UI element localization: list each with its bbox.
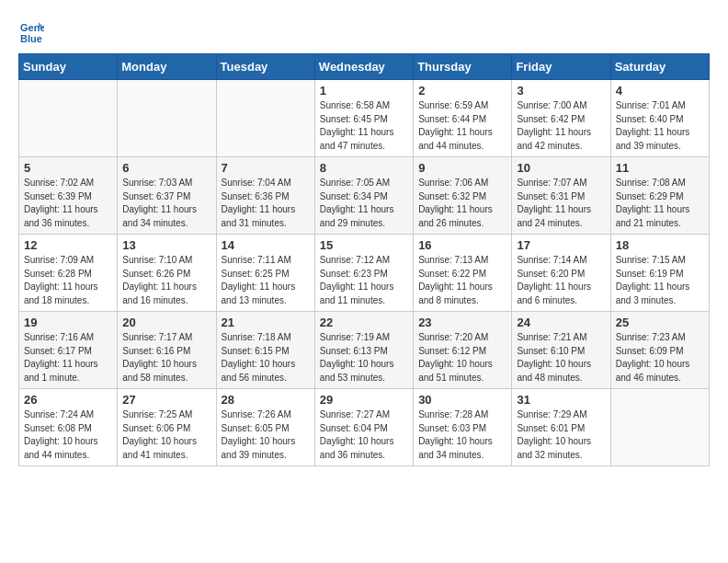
calendar-table: SundayMondayTuesdayWednesdayThursdayFrid… xyxy=(18,53,710,466)
calendar-cell: 20Sunrise: 7:17 AM Sunset: 6:16 PM Dayli… xyxy=(118,312,216,389)
calendar-cell: 21Sunrise: 7:18 AM Sunset: 6:15 PM Dayli… xyxy=(216,312,314,389)
day-info: Sunrise: 7:18 AM Sunset: 6:15 PM Dayligh… xyxy=(222,331,310,385)
calendar-cell: 9Sunrise: 7:06 AM Sunset: 6:32 PM Daylig… xyxy=(414,157,512,235)
day-number: 1 xyxy=(320,84,408,98)
calendar-cell: 22Sunrise: 7:19 AM Sunset: 6:13 PM Dayli… xyxy=(314,312,413,389)
weekday-header-wednesday: Wednesday xyxy=(314,54,413,80)
day-info: Sunrise: 7:14 AM Sunset: 6:20 PM Dayligh… xyxy=(517,254,605,307)
calendar-cell xyxy=(216,80,314,157)
day-info: Sunrise: 7:08 AM Sunset: 6:29 PM Dayligh… xyxy=(616,177,704,230)
calendar-cell xyxy=(118,80,216,157)
day-info: Sunrise: 7:07 AM Sunset: 6:31 PM Dayligh… xyxy=(517,177,605,230)
week-row-5: 26Sunrise: 7:24 AM Sunset: 6:08 PM Dayli… xyxy=(19,389,710,466)
day-number: 12 xyxy=(24,238,112,252)
calendar-cell: 7Sunrise: 7:04 AM Sunset: 6:36 PM Daylig… xyxy=(216,157,314,235)
calendar-cell: 16Sunrise: 7:13 AM Sunset: 6:22 PM Dayli… xyxy=(414,235,512,312)
day-number: 4 xyxy=(616,84,704,98)
day-info: Sunrise: 7:10 AM Sunset: 6:26 PM Dayligh… xyxy=(122,254,210,307)
day-info: Sunrise: 7:09 AM Sunset: 6:28 PM Dayligh… xyxy=(24,254,112,307)
calendar-cell xyxy=(610,389,709,466)
day-info: Sunrise: 7:12 AM Sunset: 6:23 PM Dayligh… xyxy=(320,254,408,307)
day-number: 19 xyxy=(24,316,112,329)
calendar-cell: 4Sunrise: 7:01 AM Sunset: 6:40 PM Daylig… xyxy=(610,80,709,157)
page-header: General Blue xyxy=(18,18,710,44)
calendar-cell: 11Sunrise: 7:08 AM Sunset: 6:29 PM Dayli… xyxy=(610,157,709,235)
svg-text:Blue: Blue xyxy=(20,33,42,44)
weekday-header-tuesday: Tuesday xyxy=(216,54,314,80)
day-info: Sunrise: 7:05 AM Sunset: 6:34 PM Dayligh… xyxy=(320,177,408,230)
day-number: 15 xyxy=(320,238,408,252)
calendar-cell: 24Sunrise: 7:21 AM Sunset: 6:10 PM Dayli… xyxy=(512,312,610,389)
day-number: 25 xyxy=(616,316,704,329)
day-info: Sunrise: 7:29 AM Sunset: 6:01 PM Dayligh… xyxy=(517,408,605,462)
day-info: Sunrise: 7:00 AM Sunset: 6:42 PM Dayligh… xyxy=(517,99,605,153)
day-info: Sunrise: 7:21 AM Sunset: 6:10 PM Dayligh… xyxy=(517,331,605,385)
day-number: 11 xyxy=(616,161,704,175)
calendar-cell: 19Sunrise: 7:16 AM Sunset: 6:17 PM Dayli… xyxy=(19,312,118,389)
day-info: Sunrise: 7:27 AM Sunset: 6:04 PM Dayligh… xyxy=(320,408,408,462)
day-info: Sunrise: 7:13 AM Sunset: 6:22 PM Dayligh… xyxy=(418,254,506,307)
day-info: Sunrise: 7:28 AM Sunset: 6:03 PM Dayligh… xyxy=(418,408,506,462)
day-number: 30 xyxy=(418,393,506,407)
day-number: 6 xyxy=(122,161,210,175)
day-info: Sunrise: 7:19 AM Sunset: 6:13 PM Dayligh… xyxy=(320,331,408,385)
calendar-cell: 10Sunrise: 7:07 AM Sunset: 6:31 PM Dayli… xyxy=(512,157,610,235)
week-row-1: 1Sunrise: 6:58 AM Sunset: 6:45 PM Daylig… xyxy=(19,80,710,157)
weekday-header-saturday: Saturday xyxy=(610,54,709,80)
day-info: Sunrise: 7:15 AM Sunset: 6:19 PM Dayligh… xyxy=(616,254,704,307)
logo: General Blue xyxy=(18,18,48,44)
day-number: 8 xyxy=(320,161,408,175)
weekday-header-sunday: Sunday xyxy=(19,54,118,80)
day-info: Sunrise: 7:20 AM Sunset: 6:12 PM Dayligh… xyxy=(418,331,506,385)
day-info: Sunrise: 7:17 AM Sunset: 6:16 PM Dayligh… xyxy=(122,331,210,385)
day-number: 10 xyxy=(517,161,605,175)
day-info: Sunrise: 7:26 AM Sunset: 6:05 PM Dayligh… xyxy=(222,408,310,462)
day-info: Sunrise: 7:02 AM Sunset: 6:39 PM Dayligh… xyxy=(24,177,112,230)
logo-icon: General Blue xyxy=(18,18,44,44)
day-number: 20 xyxy=(122,316,210,329)
day-info: Sunrise: 7:11 AM Sunset: 6:25 PM Dayligh… xyxy=(222,254,310,307)
day-info: Sunrise: 7:23 AM Sunset: 6:09 PM Dayligh… xyxy=(616,331,704,385)
calendar-cell: 23Sunrise: 7:20 AM Sunset: 6:12 PM Dayli… xyxy=(414,312,512,389)
weekday-header-row: SundayMondayTuesdayWednesdayThursdayFrid… xyxy=(19,54,710,80)
day-number: 23 xyxy=(418,316,506,329)
day-number: 5 xyxy=(24,161,112,175)
day-info: Sunrise: 6:58 AM Sunset: 6:45 PM Dayligh… xyxy=(320,99,408,153)
calendar-cell: 29Sunrise: 7:27 AM Sunset: 6:04 PM Dayli… xyxy=(314,389,413,466)
calendar-cell: 13Sunrise: 7:10 AM Sunset: 6:26 PM Dayli… xyxy=(118,235,216,312)
calendar-cell: 28Sunrise: 7:26 AM Sunset: 6:05 PM Dayli… xyxy=(216,389,314,466)
day-number: 21 xyxy=(222,316,310,329)
calendar-cell: 25Sunrise: 7:23 AM Sunset: 6:09 PM Dayli… xyxy=(610,312,709,389)
calendar-cell: 26Sunrise: 7:24 AM Sunset: 6:08 PM Dayli… xyxy=(19,389,118,466)
day-number: 13 xyxy=(122,238,210,252)
calendar-cell: 14Sunrise: 7:11 AM Sunset: 6:25 PM Dayli… xyxy=(216,235,314,312)
day-number: 28 xyxy=(222,393,310,407)
calendar-cell: 2Sunrise: 6:59 AM Sunset: 6:44 PM Daylig… xyxy=(414,80,512,157)
day-info: Sunrise: 7:01 AM Sunset: 6:40 PM Dayligh… xyxy=(616,99,704,153)
day-info: Sunrise: 7:24 AM Sunset: 6:08 PM Dayligh… xyxy=(24,408,112,462)
day-number: 17 xyxy=(517,238,605,252)
week-row-3: 12Sunrise: 7:09 AM Sunset: 6:28 PM Dayli… xyxy=(19,235,710,312)
day-info: Sunrise: 7:06 AM Sunset: 6:32 PM Dayligh… xyxy=(418,177,506,230)
day-number: 31 xyxy=(517,393,605,407)
calendar-cell: 17Sunrise: 7:14 AM Sunset: 6:20 PM Dayli… xyxy=(512,235,610,312)
day-info: Sunrise: 7:04 AM Sunset: 6:36 PM Dayligh… xyxy=(222,177,310,230)
day-number: 27 xyxy=(122,393,210,407)
day-number: 9 xyxy=(418,161,506,175)
day-number: 18 xyxy=(616,238,704,252)
calendar-cell: 3Sunrise: 7:00 AM Sunset: 6:42 PM Daylig… xyxy=(512,80,610,157)
day-number: 2 xyxy=(418,84,506,98)
calendar-cell: 6Sunrise: 7:03 AM Sunset: 6:37 PM Daylig… xyxy=(118,157,216,235)
day-number: 22 xyxy=(320,316,408,329)
calendar-cell: 5Sunrise: 7:02 AM Sunset: 6:39 PM Daylig… xyxy=(19,157,118,235)
day-number: 16 xyxy=(418,238,506,252)
day-info: Sunrise: 7:03 AM Sunset: 6:37 PM Dayligh… xyxy=(122,177,210,230)
day-info: Sunrise: 6:59 AM Sunset: 6:44 PM Dayligh… xyxy=(418,99,506,153)
calendar-cell: 31Sunrise: 7:29 AM Sunset: 6:01 PM Dayli… xyxy=(512,389,610,466)
weekday-header-thursday: Thursday xyxy=(414,54,512,80)
day-number: 14 xyxy=(222,238,310,252)
calendar-cell: 27Sunrise: 7:25 AM Sunset: 6:06 PM Dayli… xyxy=(118,389,216,466)
calendar-cell: 18Sunrise: 7:15 AM Sunset: 6:19 PM Dayli… xyxy=(610,235,709,312)
calendar-cell: 1Sunrise: 6:58 AM Sunset: 6:45 PM Daylig… xyxy=(314,80,413,157)
calendar-cell: 30Sunrise: 7:28 AM Sunset: 6:03 PM Dayli… xyxy=(414,389,512,466)
